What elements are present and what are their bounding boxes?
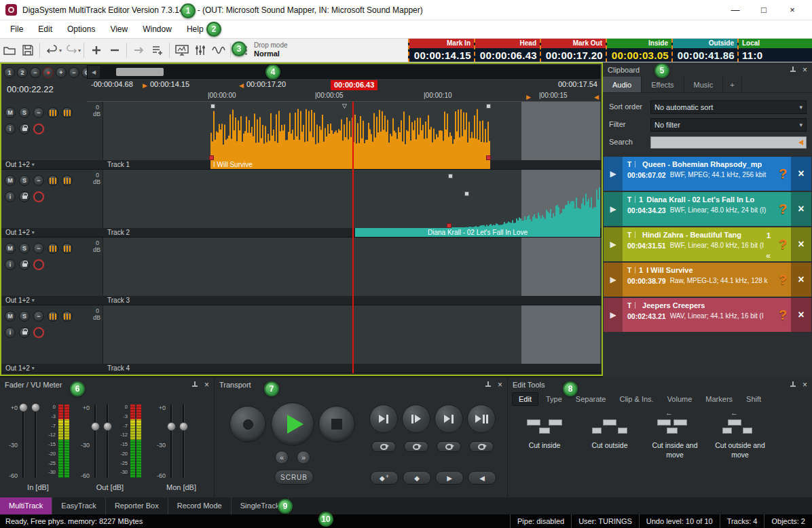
clip-question-icon[interactable]: ?: [775, 298, 791, 332]
tab-shift[interactable]: Shift: [740, 392, 767, 406]
layout-1-button[interactable]: 1: [4, 67, 15, 78]
tab-volume[interactable]: Volume: [661, 392, 699, 406]
skip-to-start-button[interactable]: [369, 404, 398, 433]
clip-remove-button[interactable]: ×: [791, 298, 811, 332]
prev-marker-button[interactable]: ◀: [468, 471, 496, 485]
cut-inside-button[interactable]: Cut inside: [513, 411, 576, 491]
clip-play-button[interactable]: ▶: [604, 157, 623, 191]
tail-marker-icon[interactable]: ▶: [526, 94, 531, 100]
record-arm-button[interactable]: [33, 124, 44, 134]
track-name[interactable]: Track 1: [107, 160, 130, 169]
tab-audio[interactable]: Audio: [603, 77, 642, 92]
loop-button-1[interactable]: [371, 441, 396, 452]
loop-button-4[interactable]: [469, 441, 494, 452]
clip-title-bar[interactable]: I Will Survive: [210, 160, 490, 169]
clip-fade-handle[interactable]: [209, 155, 214, 160]
cut-outside-move-button[interactable]: ← Cut outside and move: [709, 411, 771, 491]
record-button[interactable]: [229, 406, 266, 442]
undo-button[interactable]: [43, 41, 61, 60]
clip-fade-handle[interactable]: [486, 155, 491, 160]
clipboard-item-diana-krall[interactable]: ▶ T 1 Diana Krall - 02 Let's Fall In Lo …: [604, 192, 811, 226]
tab-multitrack[interactable]: MultiTrack: [0, 497, 52, 514]
close-icon[interactable]: ×: [802, 67, 807, 73]
menu-window[interactable]: Window: [135, 20, 179, 38]
info-button[interactable]: i: [5, 191, 16, 202]
pin-icon[interactable]: [790, 67, 796, 73]
timeline-marker-ruler[interactable]: -00:00:04.68 ▶ 00:00:14.15 ◀ 00:00:17.20…: [87, 80, 600, 92]
collapse-track-button[interactable]: −: [33, 107, 44, 118]
play-pause-button[interactable]: [467, 404, 496, 433]
clip-expand-icon[interactable]: «: [766, 251, 771, 261]
loop-button-3[interactable]: [437, 441, 461, 452]
close-icon[interactable]: ×: [802, 381, 807, 388]
tab-add[interactable]: +: [723, 77, 741, 92]
meter-left-button[interactable]: [48, 107, 58, 118]
mark-in-flag-icon[interactable]: ▶: [143, 82, 147, 89]
scrub-button[interactable]: SCRUB: [274, 470, 314, 485]
record-arm-button[interactable]: [33, 327, 44, 338]
close-button[interactable]: ×: [778, 1, 807, 20]
time-field-local[interactable]: Local 11:0: [737, 39, 812, 62]
mute-button[interactable]: M: [5, 311, 16, 322]
minimize-button[interactable]: —: [721, 1, 750, 20]
clip-play-button[interactable]: ▶: [604, 192, 623, 226]
scrollbar-thumb[interactable]: [116, 68, 164, 76]
collapse-track-button[interactable]: −: [33, 175, 44, 186]
info-button[interactable]: i: [5, 124, 16, 134]
maximize-button[interactable]: □: [750, 1, 778, 20]
pin-icon[interactable]: [191, 381, 198, 388]
tab-singletrack[interactable]: SingleTrack: [232, 497, 289, 514]
playlist-add-button[interactable]: [148, 41, 166, 60]
lock-button[interactable]: [19, 124, 30, 134]
mixer-view-button[interactable]: [191, 41, 209, 60]
open-folder-button[interactable]: [0, 41, 18, 60]
time-field-head[interactable]: Head 00:00:06.43: [474, 39, 540, 62]
play-from-cursor-button[interactable]: [402, 404, 430, 433]
goto-marker-button[interactable]: [130, 41, 148, 60]
mute-button[interactable]: M: [5, 243, 16, 254]
output-routing-select[interactable]: Out 1+2 ▾: [5, 296, 35, 305]
fader-knob[interactable]: [179, 422, 188, 431]
fader-knob[interactable]: [19, 403, 28, 412]
fader-knob[interactable]: [91, 422, 100, 431]
meter-left-button[interactable]: [48, 311, 58, 322]
remove-button[interactable]: [105, 41, 124, 60]
clip-play-button[interactable]: ▶: [604, 298, 623, 332]
track1-waveform-clip[interactable]: [210, 109, 490, 160]
menu-view[interactable]: View: [103, 20, 135, 38]
time-field-mark-in[interactable]: Mark In 00:00:14.15: [408, 39, 474, 62]
cut-inside-move-button[interactable]: ← Cut inside and move: [644, 411, 706, 491]
clip-remove-button[interactable]: ×: [791, 192, 811, 226]
clip-question-icon[interactable]: ?: [775, 227, 791, 261]
playhead-cursor[interactable]: [352, 102, 354, 373]
skip-to-end-button[interactable]: [435, 404, 463, 433]
solo-button[interactable]: S: [19, 243, 30, 254]
record-arm-button[interactable]: [33, 259, 44, 270]
meter-right-button[interactable]: [62, 243, 73, 254]
record-arm-button[interactable]: [33, 191, 44, 202]
marker-button[interactable]: ◆: [403, 471, 431, 485]
clip-question-icon[interactable]: ?: [775, 263, 791, 297]
redo-button[interactable]: [62, 41, 80, 60]
clip-title-bar[interactable]: Diana Krall - 02 Let's Fall In Love: [355, 228, 600, 237]
meter-right-button[interactable]: [62, 175, 73, 186]
clip-fade-handle[interactable]: [447, 223, 451, 228]
tab-easytrack[interactable]: EasyTrack: [52, 497, 106, 514]
lock-button[interactable]: [19, 327, 30, 338]
redo-dropdown-caret[interactable]: ▾: [78, 48, 81, 54]
tab-edit[interactable]: Edit: [512, 392, 538, 406]
cut-outside-button[interactable]: Cut outside: [578, 411, 641, 491]
tab-markers[interactable]: Markers: [699, 392, 739, 406]
menu-help[interactable]: Help: [179, 20, 211, 38]
collapse-track-button[interactable]: −: [33, 243, 44, 254]
info-button[interactable]: i: [5, 327, 16, 338]
clip-handle[interactable]: [464, 191, 469, 196]
tab-reporter-box[interactable]: Reporter Box: [106, 497, 168, 514]
play-button[interactable]: [271, 402, 314, 446]
drop-mode-selector[interactable]: Drop mode Normal: [250, 40, 291, 60]
rewind-button[interactable]: «: [275, 451, 289, 464]
meter-left-button[interactable]: [48, 175, 58, 186]
sort-order-select[interactable]: No automatic sort ▾: [650, 100, 807, 114]
tab-effects[interactable]: Effects: [642, 77, 684, 92]
menu-file[interactable]: File: [3, 20, 31, 38]
